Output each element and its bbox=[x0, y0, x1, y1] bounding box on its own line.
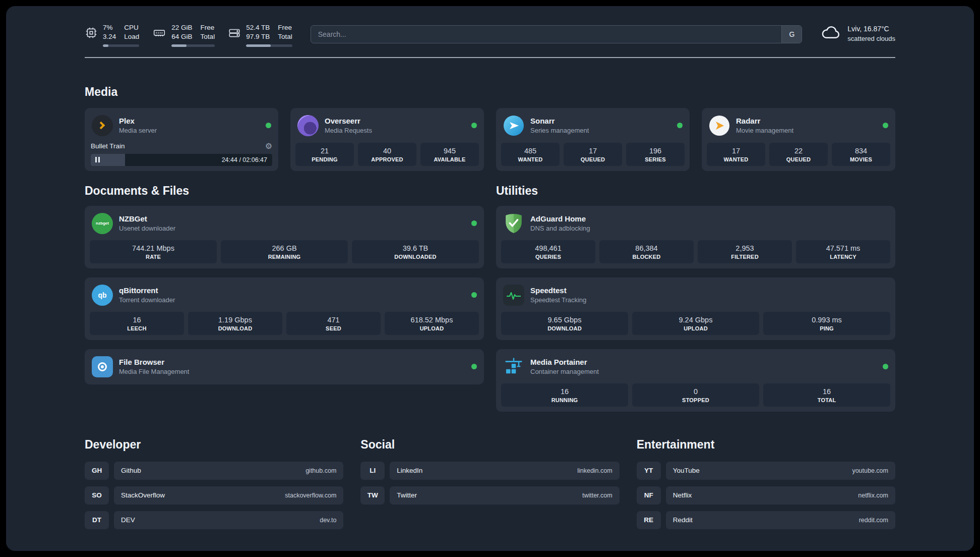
app-card-plex[interactable]: Plex Media server Bullet Train ⚙ 24:44 /… bbox=[85, 108, 278, 171]
section-title-documents: Documents & Files bbox=[85, 184, 484, 198]
bookmark-abbr[interactable]: TW bbox=[360, 486, 385, 505]
developer-column: Developer GH Github github.com SO StackO… bbox=[85, 438, 343, 536]
disk-icon bbox=[228, 26, 241, 47]
bookmark-reddit[interactable]: RE Reddit reddit.com bbox=[637, 511, 895, 529]
cpu-icon bbox=[85, 26, 98, 47]
playback-progress-bar[interactable]: 24:44 / 02:06:47 bbox=[91, 154, 272, 166]
bookmark-abbr[interactable]: SO bbox=[85, 486, 109, 505]
app-card-filebrowser[interactable]: File Browser Media File Management bbox=[85, 349, 484, 384]
bookmark-abbr[interactable]: DT bbox=[85, 511, 109, 529]
bookmark-abbr[interactable]: NF bbox=[637, 486, 661, 505]
stat-available: 945 AVAILABLE bbox=[420, 143, 479, 166]
stat-upload: 9.24 Gbps UPLOAD bbox=[632, 312, 759, 335]
search-input[interactable] bbox=[311, 30, 782, 38]
status-dot bbox=[677, 123, 683, 128]
disk-widget: 52.4 TB 97.9 TB Free Total bbox=[228, 23, 292, 47]
app-subtitle: Media Requests bbox=[325, 127, 372, 134]
status-dot bbox=[883, 364, 888, 369]
bookmark-url: youtube.com bbox=[852, 467, 888, 474]
app-card-speedtest[interactable]: Speedtest Speedtest Tracking 9.65 Gbps D… bbox=[496, 277, 895, 340]
disk-total-label: Total bbox=[278, 32, 292, 41]
adguard-icon bbox=[503, 213, 524, 234]
bookmark-twitter[interactable]: TW Twitter twitter.com bbox=[360, 486, 619, 505]
app-subtitle: Movie management bbox=[736, 127, 793, 134]
ram-total-label: Total bbox=[201, 32, 215, 41]
stat-stopped: 0 STOPPED bbox=[632, 383, 759, 407]
section-title-developer: Developer bbox=[85, 438, 343, 452]
now-playing-title: Bullet Train bbox=[91, 142, 125, 150]
stat-rate: 744.21 Mbps RATE bbox=[90, 240, 217, 263]
stat-ping: 0.993 ms PING bbox=[763, 312, 890, 335]
stat-filtered: 2,953 FILTERED bbox=[698, 240, 792, 263]
app-name: Speedtest bbox=[530, 286, 586, 295]
app-card-qbittorrent[interactable]: qb qBittorrent Torrent downloader 16 LEE… bbox=[85, 277, 484, 340]
bookmark-youtube[interactable]: YT YouTube youtube.com bbox=[637, 462, 895, 480]
app-name: File Browser bbox=[119, 358, 189, 366]
bookmark-linkedin[interactable]: LI LinkedIn linkedin.com bbox=[360, 462, 619, 480]
portainer-icon bbox=[503, 356, 524, 377]
ram-free-value: 22 GiB bbox=[171, 23, 192, 32]
stat-download: 1.19 Gbps DOWNLOAD bbox=[188, 312, 282, 335]
stat-remaining: 266 GB REMAINING bbox=[221, 240, 348, 263]
weather-location: Lviv, 16.87°C bbox=[847, 24, 895, 34]
stat-downloaded: 39.6 TB DOWNLOADED bbox=[352, 240, 479, 263]
bookmark-github[interactable]: GH Github github.com bbox=[85, 462, 343, 480]
stat-latency: 47.571 ms LATENCY bbox=[796, 240, 890, 263]
ram-free-label: Free bbox=[201, 23, 215, 32]
topbar: 7% 3.24 CPU Load bbox=[85, 6, 895, 47]
bookmark-url: netflix.com bbox=[858, 492, 888, 499]
stat-upload: 618.52 Mbps UPLOAD bbox=[385, 312, 479, 335]
plex-icon bbox=[92, 115, 113, 136]
app-subtitle: Torrent downloader bbox=[119, 296, 175, 304]
bookmark-dev[interactable]: DT DEV dev.to bbox=[85, 511, 343, 529]
app-card-adguard[interactable]: AdGuard Home DNS and adblocking 498,461 … bbox=[496, 206, 895, 268]
search-bar[interactable]: G bbox=[311, 25, 803, 43]
bookmark-abbr[interactable]: RE bbox=[637, 511, 661, 529]
stat-download: 9.65 Gbps DOWNLOAD bbox=[501, 312, 628, 335]
app-card-radarr[interactable]: Radarr Movie management 17 WANTED 22 QUE… bbox=[702, 108, 895, 171]
disk-free-value: 52.4 TB bbox=[246, 23, 270, 32]
app-subtitle: Media server bbox=[119, 127, 157, 134]
bookmark-netflix[interactable]: NF Netflix netflix.com bbox=[637, 486, 895, 505]
documents-column: Documents & Files nzbget NZBGet Usenet d… bbox=[85, 184, 484, 384]
app-subtitle: Series management bbox=[530, 127, 589, 134]
app-card-sonarr[interactable]: Sonarr Series management 485 WANTED 17 Q… bbox=[496, 108, 690, 171]
app-card-nzbget[interactable]: nzbget NZBGet Usenet downloader 744.21 M… bbox=[85, 206, 484, 268]
bookmark-url: reddit.com bbox=[859, 517, 888, 524]
app-subtitle: Usenet downloader bbox=[119, 225, 175, 232]
utilities-column: Utilities bbox=[496, 184, 895, 412]
app-card-portainer[interactable]: Media Portainer Container management 16 … bbox=[496, 349, 895, 412]
bookmark-abbr[interactable]: YT bbox=[637, 462, 661, 480]
app-name: Radarr bbox=[736, 117, 793, 125]
app-card-overseerr[interactable]: Overseerr Media Requests 21 PENDING 40 A… bbox=[290, 108, 484, 171]
bookmark-abbr[interactable]: GH bbox=[85, 462, 109, 480]
bookmark-name: Twitter bbox=[397, 491, 417, 499]
filebrowser-icon bbox=[92, 356, 113, 377]
dashboard-panel: 7% 3.24 CPU Load bbox=[6, 6, 974, 551]
bookmark-url: linkedin.com bbox=[577, 467, 612, 474]
stat-queued: 17 QUEUED bbox=[564, 143, 622, 166]
radarr-icon bbox=[709, 115, 730, 136]
stat-pending: 21 PENDING bbox=[295, 143, 354, 166]
bookmark-stackoverflow[interactable]: SO StackOverflow stackoverflow.com bbox=[85, 486, 343, 505]
app-name: Overseerr bbox=[325, 117, 372, 125]
bookmark-name: YouTube bbox=[673, 467, 700, 474]
gear-icon[interactable]: ⚙ bbox=[265, 142, 272, 150]
bookmark-url: github.com bbox=[305, 467, 336, 474]
bookmark-name: StackOverflow bbox=[121, 491, 165, 499]
search-engine-button[interactable]: G bbox=[781, 26, 802, 43]
cpu-usage-value: 7% bbox=[103, 23, 116, 32]
bookmark-abbr[interactable]: LI bbox=[360, 462, 385, 480]
pause-icon[interactable] bbox=[95, 157, 100, 162]
section-title-utilities: Utilities bbox=[496, 184, 895, 198]
app-name: Sonarr bbox=[530, 117, 589, 125]
qbittorrent-icon: qb bbox=[92, 285, 113, 306]
section-title-entertainment: Entertainment bbox=[637, 438, 895, 452]
stat-series: 196 SERIES bbox=[626, 143, 685, 166]
cloud-icon bbox=[820, 25, 841, 43]
social-column: Social LI LinkedIn linkedin.com TW Twitt… bbox=[360, 438, 619, 536]
app-name: NZBGet bbox=[119, 214, 175, 223]
cpu-load-label: Load bbox=[124, 32, 139, 41]
stat-movies: 834 MOVIES bbox=[832, 143, 890, 166]
stat-total: 16 TOTAL bbox=[763, 383, 890, 407]
